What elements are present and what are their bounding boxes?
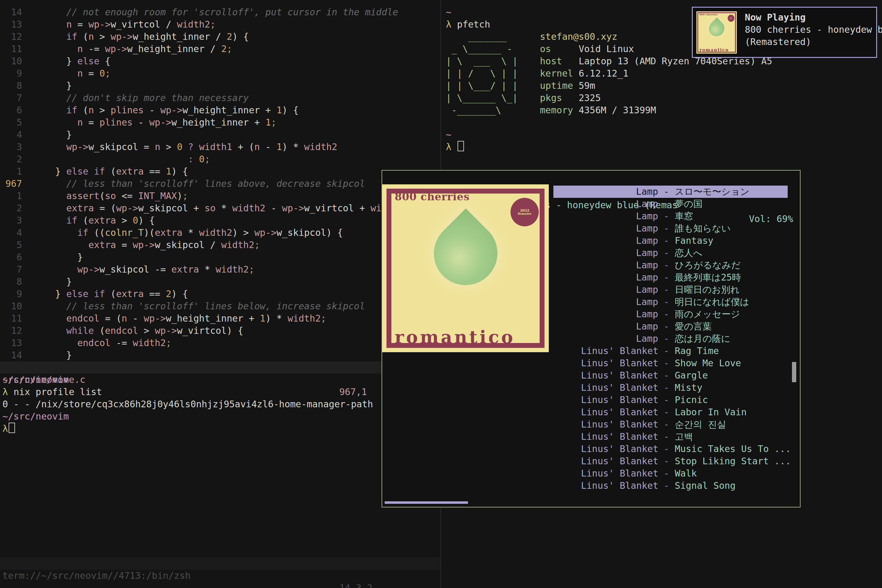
terminal-line: λ	[446, 141, 772, 153]
playlist-item[interactable]: Lamp - Fantasy	[554, 235, 788, 247]
playlist-item[interactable]: Lamp - 日曜日のお別れ	[554, 284, 788, 296]
code-text: if (extra > 0) {	[33, 215, 154, 226]
music-player-window[interactable]: [Playing] herries - honeydew blue (Remas…	[382, 170, 801, 507]
code-line[interactable]: 9 } else if (extra == 2) {	[0, 288, 440, 300]
code-line[interactable]: 12 while (endcol > wp->w_virtcol) {	[0, 325, 440, 337]
code-line[interactable]: 13 endcol -= width2;	[0, 337, 440, 349]
code-line[interactable]: 4 if ((colnr_T)(extra * width2) > wp->w_…	[0, 226, 440, 239]
playlist-item[interactable]: Lamp - 恋人へ	[554, 247, 788, 259]
playlist-song-title: 誰も知らない	[675, 222, 731, 235]
playlist-item[interactable]: Linus' Blanket - Rag Time	[554, 345, 788, 357]
code-line[interactable]: 14 }	[0, 349, 440, 362]
statusline-term-name: term://~/src/neovim//4713:/bin/zsh	[3, 570, 190, 582]
terminal-line: ~	[446, 129, 772, 141]
playlist-item[interactable]: Linus' Blanket - Misty	[554, 382, 788, 394]
code-text: endcol -= width2;	[33, 338, 171, 348]
playlist-item[interactable]: Linus' Blanket - Show Me Love	[554, 357, 788, 369]
playlist-item[interactable]: Lamp - 誰も知らない	[554, 222, 788, 235]
playlist[interactable]: Lamp - スロ〜モ〜ションLamp - 夢の国Lamp - 車窓Lamp -…	[554, 186, 788, 492]
playlist-item[interactable]: Linus' Blanket - Stop Liking Start ...	[554, 455, 788, 467]
playlist-song-title: 雨のメッセージ	[675, 308, 740, 320]
playlist-item[interactable]: Linus' Blanket - Gargle	[554, 369, 788, 382]
code-line[interactable]: 9 n = 0;	[0, 68, 440, 80]
playlist-item[interactable]: Linus' Blanket - Music Takes Us To ...	[554, 443, 788, 455]
playlist-separator: -	[658, 259, 675, 272]
code-line[interactable]: 6 if (n > plines - wp->w_height_inner + …	[0, 104, 440, 116]
code-line[interactable]: 5 n = plines - wp->w_height_inner + 1;	[0, 116, 440, 129]
album-art-badge: 2022 Remaster	[510, 198, 539, 226]
line-number: 7	[0, 92, 33, 104]
playlist-item[interactable]: Lamp - ひろがるなみだ	[554, 259, 788, 272]
terminal-cursor	[9, 423, 15, 433]
code-text: n = plines - wp->w_height_inner + 1;	[33, 117, 276, 128]
code-line-cursor[interactable]: 967 // less than 'scrolloff' lines above…	[0, 178, 440, 190]
statusline-term-ruler: 14,3-2	[339, 582, 372, 588]
code-line[interactable]: 2 extra = (wp->w_skipcol + so * width2 -…	[0, 202, 440, 214]
notification-album-thumbnail: 800 cherries 2022 Remaster romantico	[696, 11, 737, 54]
playlist-song-title: 明日になれば僕は	[675, 296, 749, 308]
playlist-separator: -	[658, 296, 675, 308]
code-line[interactable]: 6 }	[0, 251, 440, 263]
playlist-artist: Lamp	[581, 186, 658, 198]
line-number: 967	[0, 178, 33, 190]
playlist-item[interactable]: Lamp - 明日になれば僕は	[554, 296, 788, 308]
playlist-item[interactable]: Lamp - 最終列車は25時	[554, 272, 788, 284]
playlist-item[interactable]: Linus' Blanket - Walk	[554, 467, 788, 480]
code-line[interactable]: 14 // not enough room for 'scrolloff', p…	[0, 6, 440, 18]
playlist-item[interactable]: Lamp - 夢の国	[554, 198, 788, 210]
code-line[interactable]: 8 }	[0, 276, 440, 288]
playlist-song-title: 순간의 진실	[675, 418, 726, 430]
code-line[interactable]: 11 n -= wp->w_height_inner / 2;	[0, 43, 440, 55]
playlist-item[interactable]: Lamp - 愛の言葉	[554, 320, 788, 333]
code-line[interactable]: 1 assert(so <= INT_MAX);	[0, 190, 440, 202]
terminal-line: ~/src/neovim	[3, 374, 373, 386]
playlist-item[interactable]: Linus' Blanket - 고백	[554, 430, 788, 443]
playlist-item-selected[interactable]: Lamp - スロ〜モ〜ション	[554, 186, 788, 198]
playlist-song-title: Music Takes Us To ...	[675, 443, 791, 455]
left-terminal-buffer[interactable]: ~/src/neovimλ nix profile list0 - - /nix…	[3, 374, 373, 435]
code-line[interactable]: 7 // don't skip more than necessary	[0, 92, 440, 104]
code-line[interactable]: 7 wp->w_skipcol -= extra * width2;	[0, 263, 440, 276]
code-line[interactable]: 3 wp->w_skipcol = n > 0 ? width1 + (n - …	[0, 141, 440, 153]
code-line[interactable]: 3 if (extra > 0) {	[0, 214, 440, 226]
code-line[interactable]: 12 if (n > wp->w_height_inner / 2) {	[0, 31, 440, 43]
playlist-item[interactable]: Linus' Blanket - Signal Song	[554, 480, 788, 492]
code-text: n = 0;	[33, 68, 111, 79]
code-line[interactable]: 4 }	[0, 129, 440, 141]
code-line[interactable]: 1 } else if (extra == 1) {	[0, 165, 440, 178]
code-line[interactable]: 13 n = wp->w_virtcol / width2;	[0, 18, 440, 31]
playlist-item[interactable]: Lamp - 車窓	[554, 210, 788, 222]
playlist-separator: -	[658, 430, 675, 443]
notification-title: Now Playing	[745, 11, 882, 24]
now-playing-notification[interactable]: 800 cherries 2022 Remaster romantico Now…	[692, 7, 877, 58]
playlist-item[interactable]: Linus' Blanket - Picnic	[554, 394, 788, 406]
line-number: 12	[0, 31, 33, 43]
playlist-item[interactable]: Linus' Blanket - 순간의 진실	[554, 418, 788, 430]
playlist-separator: -	[658, 320, 675, 333]
code-editor-area[interactable]: 14 // not enough room for 'scrolloff', p…	[0, 6, 440, 362]
playlist-song-title: Picnic	[675, 394, 708, 406]
playlist-item[interactable]: Linus' Blanket - Labor In Vain	[554, 406, 788, 418]
line-number: 9	[0, 68, 33, 80]
nvim-left-pane[interactable]: 14 // not enough room for 'scrolloff', p…	[0, 0, 440, 588]
terminal-line: 0 - - /nix/store/cq3cx86h28j0y46ls0nhjzj…	[3, 398, 373, 410]
playlist-item[interactable]: Lamp - 恋は月の蔭に	[554, 333, 788, 345]
playlist-item[interactable]: Lamp - 雨のメッセージ	[554, 308, 788, 320]
code-text: // don't skip more than necessary	[33, 93, 249, 103]
code-line[interactable]: 10 } else {	[0, 55, 440, 68]
line-number: 1	[0, 190, 33, 202]
player-progress-bar[interactable]	[385, 501, 468, 504]
line-number: 2	[0, 153, 33, 165]
code-line[interactable]: 5 extra = wp->w_skipcol / width2;	[0, 239, 440, 251]
playlist-artist: Lamp	[581, 308, 658, 320]
line-number: 14	[0, 349, 33, 362]
playlist-artist: Lamp	[581, 259, 658, 272]
playlist-song-title: 夢の国	[675, 198, 702, 210]
code-line[interactable]: 11 endcol = (n - wp->w_height_inner + 1)…	[0, 312, 440, 325]
code-line[interactable]: 2 : 0;	[0, 153, 440, 165]
code-line[interactable]: 8 }	[0, 80, 440, 92]
code-line[interactable]: 10 // less than 'scrolloff' lines below,…	[0, 300, 440, 312]
code-text: endcol = (n - wp->w_height_inner + 1) * …	[33, 313, 326, 324]
terminal-line: | | / \ | | kernel 6.12.12_1	[446, 68, 772, 80]
playlist-scrollbar[interactable]	[792, 362, 796, 382]
